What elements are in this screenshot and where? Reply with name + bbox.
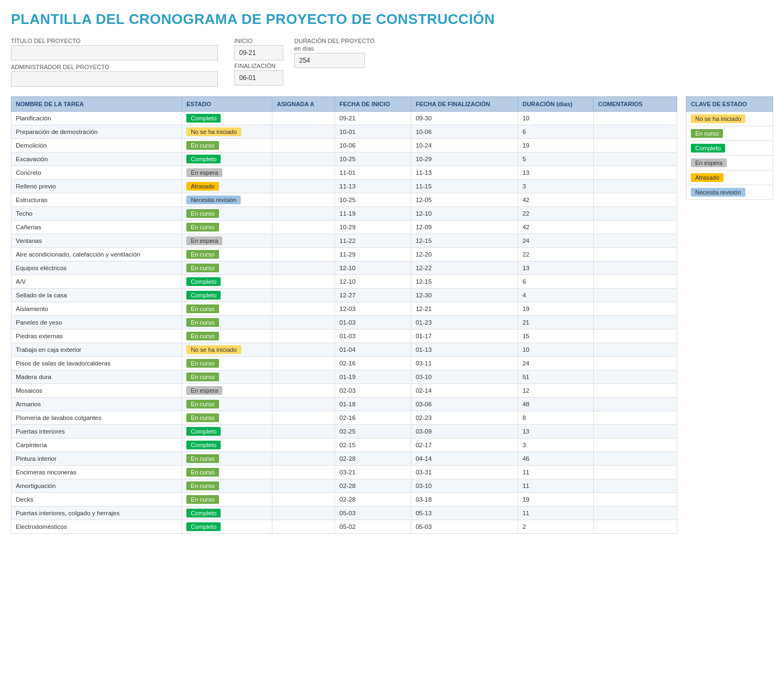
task-duration: 11 — [518, 507, 593, 520]
legend-item: En curso — [686, 126, 773, 141]
task-start: 03-21 — [335, 466, 411, 479]
table-row: Aislamiento En curso 12-03 12-21 19 — [11, 302, 677, 316]
task-name: Trabajo en caja exterior — [11, 343, 182, 357]
task-status: Completo — [182, 520, 272, 534]
task-comments — [593, 466, 677, 479]
task-duration: 22 — [518, 207, 593, 221]
task-start: 09-21 — [335, 112, 411, 125]
task-name: Electrodomésticos — [11, 520, 182, 534]
task-duration: 5 — [518, 153, 593, 166]
task-assigned — [272, 384, 335, 398]
task-assigned — [272, 125, 335, 139]
task-end: 05-13 — [411, 507, 518, 520]
task-duration: 6 — [518, 125, 593, 139]
table-container: NOMBRE DE LA TAREA ESTADO ASIGNADA A FEC… — [11, 96, 773, 534]
task-comments — [593, 343, 677, 357]
task-duration: 19 — [518, 139, 593, 153]
col-header-assigned: ASIGNADA A — [272, 97, 335, 112]
task-start: 10-25 — [335, 193, 411, 207]
end-input[interactable]: 06-01 — [234, 70, 283, 86]
task-end: 04-14 — [411, 452, 518, 466]
task-status: En curso — [182, 357, 272, 370]
col-header-status: ESTADO — [182, 97, 272, 112]
task-name: Puertas interiores, colgado y herrajes — [11, 507, 182, 520]
table-row: Madera dura En curso 01-19 03-10 51 — [11, 370, 677, 384]
project-manager-label: ADMINISTRADOR DEL PROYECTO — [11, 64, 218, 70]
duration-label: DURACIÓN DEL PROYECTO — [294, 38, 374, 44]
task-assigned — [272, 193, 335, 207]
task-duration: 51 — [518, 370, 593, 384]
task-comments — [593, 411, 677, 425]
project-title-input[interactable] — [11, 45, 218, 60]
task-assigned — [272, 493, 335, 507]
task-name: Concreto — [11, 166, 182, 180]
task-duration: 3 — [518, 180, 593, 193]
task-comments — [593, 520, 677, 534]
table-row: Ventanas En espera 11-22 12-15 24 — [11, 234, 677, 248]
task-assigned — [272, 112, 335, 125]
status-badge: En espera — [186, 236, 222, 245]
task-assigned — [272, 479, 335, 493]
task-comments — [593, 193, 677, 207]
status-badge: No se ha iniciado — [186, 345, 241, 354]
table-row: Amortiguación En curso 02-28 03-10 11 — [11, 479, 677, 493]
status-badge: En curso — [186, 495, 218, 504]
task-name: Piedras externas — [11, 330, 182, 343]
table-row: Trabajo en caja exterior No se ha inicia… — [11, 343, 677, 357]
task-duration: 4 — [518, 289, 593, 302]
start-input[interactable]: 09-21 — [234, 45, 283, 60]
task-name: Armarios — [11, 398, 182, 411]
task-assigned — [272, 343, 335, 357]
task-start: 10-06 — [335, 139, 411, 153]
task-name: Ventanas — [11, 234, 182, 248]
task-status: En curso — [182, 248, 272, 261]
task-end: 03-10 — [411, 370, 518, 384]
task-start: 12-27 — [335, 289, 411, 302]
task-start: 11-13 — [335, 180, 411, 193]
legend-status-badge: En curso — [691, 129, 723, 138]
duration-input[interactable]: 254 — [294, 53, 365, 68]
table-row: A/V Completo 12-10 12-15 6 — [11, 275, 677, 289]
task-start: 12-03 — [335, 302, 411, 316]
status-badge: No se ha iniciado — [186, 127, 241, 136]
task-assigned — [272, 438, 335, 452]
task-end: 01-17 — [411, 330, 518, 343]
legend-badge-cell: En curso — [686, 126, 773, 141]
task-status: En curso — [182, 316, 272, 330]
task-name: Pisos de salas de lavado/calderas — [11, 357, 182, 370]
task-assigned — [272, 180, 335, 193]
task-start: 12-10 — [335, 275, 411, 289]
task-status: En curso — [182, 330, 272, 343]
legend-badge-cell: Completo — [686, 141, 773, 156]
task-assigned — [272, 248, 335, 261]
task-start: 01-18 — [335, 398, 411, 411]
task-end: 12-21 — [411, 302, 518, 316]
task-end: 12-15 — [411, 234, 518, 248]
legend-status-badge: Necesita revisión — [691, 188, 745, 197]
task-end: 12-22 — [411, 261, 518, 275]
task-status: En curso — [182, 452, 272, 466]
project-info-right: INICIO 09-21 FINALIZACIÓN 06-01 DURACIÓN… — [234, 38, 374, 86]
task-name: Preparación de demostración — [11, 125, 182, 139]
table-row: Pisos de salas de lavado/calderas En cur… — [11, 357, 677, 370]
task-status: En curso — [182, 221, 272, 234]
task-status: Completo — [182, 425, 272, 438]
project-manager-input[interactable] — [11, 71, 218, 87]
task-end: 02-14 — [411, 384, 518, 398]
legend-item: Atrasado — [686, 170, 773, 185]
table-row: Decks En curso 02-28 03-18 19 — [11, 493, 677, 507]
task-duration: 42 — [518, 193, 593, 207]
status-badge: En curso — [186, 250, 218, 259]
task-duration: 12 — [518, 384, 593, 398]
table-row: Puertas interiores, colgado y herrajes C… — [11, 507, 677, 520]
legend-badge-cell: Atrasado — [686, 170, 773, 185]
status-badge: En curso — [186, 318, 218, 327]
task-comments — [593, 289, 677, 302]
date-group: INICIO 09-21 FINALIZACIÓN 06-01 — [234, 38, 283, 86]
table-row: Sellado de la casa Completo 12-27 12-30 … — [11, 289, 677, 302]
legend-status-badge: No se ha iniciado — [691, 114, 745, 123]
table-row: Excavación Completo 10-25 10-29 5 — [11, 153, 677, 166]
task-start: 11-29 — [335, 248, 411, 261]
task-duration: 13 — [518, 261, 593, 275]
task-start: 10-25 — [335, 153, 411, 166]
